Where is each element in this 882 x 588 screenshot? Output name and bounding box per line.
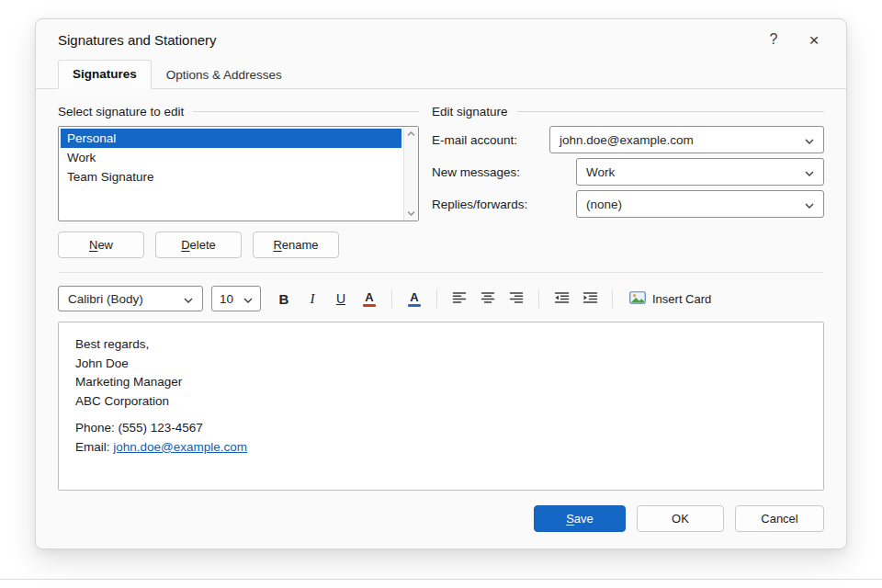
align-left-button[interactable] (447, 286, 472, 311)
paragraph-gap (75, 411, 807, 419)
list-item-personal[interactable]: Personal (61, 129, 401, 148)
list-item-team-signature[interactable]: Team Signature (61, 167, 401, 187)
tab-strip: Signatures Options & Addresses (36, 60, 846, 89)
email-account-select[interactable]: john.doe@example.com (549, 126, 824, 153)
format-toolbar: Calibri (Body) 10 B I U A (58, 284, 824, 313)
align-right-button[interactable] (503, 286, 529, 311)
email-account-label: E-mail account: (432, 133, 549, 147)
new-messages-select[interactable]: Work (576, 158, 824, 186)
divider (391, 289, 392, 308)
divider (0, 579, 882, 580)
align-center-button[interactable] (475, 286, 501, 311)
decrease-indent-icon (554, 291, 570, 307)
chevron-down-icon (243, 292, 253, 306)
image-icon (629, 291, 646, 307)
ok-button[interactable]: OK (637, 505, 724, 532)
select-signature-section: Select signature to edit Personal Work T… (58, 102, 419, 258)
replies-forwards-label: Replies/forwards: (432, 198, 576, 211)
titlebar: Signatures and Stationery ? × (36, 19, 846, 60)
underline-button[interactable]: U (328, 286, 354, 311)
bold-button[interactable]: B (271, 286, 297, 311)
delete-button[interactable]: Delete (155, 232, 242, 258)
font-size-value: 10 (220, 292, 233, 306)
edit-signature-label: Edit signature (432, 105, 508, 119)
tab-signatures[interactable]: Signatures (58, 60, 152, 89)
increase-indent-button[interactable] (577, 286, 603, 311)
editor-line: Email: john.doe@example.com (75, 438, 807, 458)
dialog-footer: Save OK Cancel (58, 505, 824, 532)
chevron-down-icon (805, 165, 814, 179)
editor-line: Marketing Manager (75, 373, 807, 392)
help-button[interactable]: ? (758, 26, 789, 53)
align-center-icon (481, 291, 495, 307)
scroll-up-icon[interactable] (407, 130, 416, 138)
divider (436, 289, 437, 308)
replies-forwards-value: (none) (586, 198, 622, 211)
close-button[interactable]: × (798, 26, 830, 53)
chevron-down-icon (184, 292, 193, 306)
replies-forwards-select[interactable]: (none) (576, 190, 824, 218)
cancel-button[interactable]: Cancel (735, 505, 824, 532)
edit-signature-section: Edit signature E-mail account: john.doe@… (432, 102, 824, 258)
font-family-value: Calibri (Body) (68, 292, 143, 306)
signature-actions: New Delete Rename (58, 232, 419, 258)
chevron-down-icon (805, 133, 814, 147)
align-right-icon (509, 291, 524, 307)
email-prefix: Email: (75, 440, 113, 454)
insert-card-button[interactable]: Insert Card (622, 286, 718, 311)
divider (538, 289, 539, 308)
insert-card-label: Insert Card (652, 292, 711, 306)
divider (58, 272, 824, 273)
highlight-color-icon: A (408, 291, 421, 307)
font-size-select[interactable]: 10 (211, 286, 261, 311)
divider (612, 289, 613, 308)
editor-line: ABC Corporation (75, 392, 807, 412)
select-signature-label: Select signature to edit (58, 105, 184, 119)
chevron-down-icon (805, 198, 814, 211)
new-messages-label: New messages: (432, 165, 576, 179)
email-link[interactable]: john.doe@example.com (113, 440, 247, 454)
new-messages-value: Work (586, 165, 615, 179)
signature-list: Personal Work Team Signature (59, 127, 403, 220)
italic-button[interactable]: I (300, 286, 325, 311)
signature-editor[interactable]: Best regards, John Doe Marketing Manager… (58, 322, 824, 491)
editor-line: Phone: (555) 123-4567 (75, 419, 807, 438)
dialog-content: Select signature to edit Personal Work T… (36, 89, 846, 548)
email-account-value: john.doe@example.com (560, 133, 694, 147)
tab-options-addresses[interactable]: Options & Addresses (152, 61, 297, 89)
signature-listbox[interactable]: Personal Work Team Signature (58, 126, 419, 221)
rename-button[interactable]: Rename (253, 232, 339, 258)
font-color-icon: A (363, 291, 376, 307)
dialog-title: Signatures and Stationery (58, 32, 217, 48)
highlight-color-button[interactable]: A (401, 286, 427, 311)
align-left-icon (452, 291, 467, 307)
font-family-select[interactable]: Calibri (Body) (58, 286, 203, 311)
new-button[interactable]: New (58, 232, 144, 258)
divider (517, 111, 824, 112)
titlebar-actions: ? × (758, 26, 830, 53)
decrease-indent-button[interactable] (548, 286, 574, 311)
save-button[interactable]: Save (534, 505, 626, 532)
editor-line: John Doe (75, 355, 807, 374)
scroll-down-icon[interactable] (407, 209, 416, 217)
divider (193, 111, 419, 112)
font-color-button[interactable]: A (356, 286, 382, 311)
signatures-dialog: Signatures and Stationery ? × Signatures… (35, 18, 847, 549)
list-item-work[interactable]: Work (61, 148, 401, 167)
desktop: Signatures and Stationery ? × Signatures… (0, 0, 882, 588)
listbox-scrollbar[interactable] (403, 127, 418, 220)
increase-indent-icon (582, 291, 598, 307)
editor-line: Best regards, (75, 335, 807, 355)
